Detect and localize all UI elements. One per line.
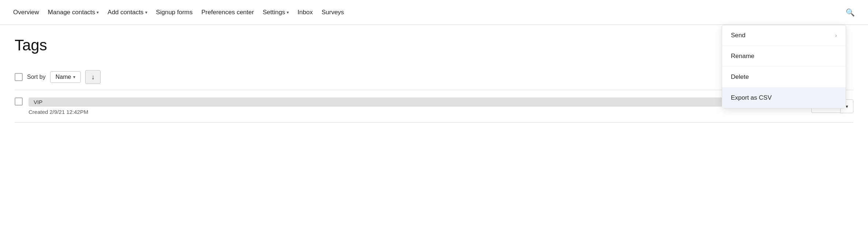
sort-by-label: Sort by xyxy=(27,74,46,80)
dropdown-item-label-delete: Delete xyxy=(731,73,749,81)
nav-item-label-signup-forms: Signup forms xyxy=(156,9,193,16)
nav-item-surveys[interactable]: Surveys xyxy=(317,7,348,18)
nav-item-chevron-manage-contacts: ▾ xyxy=(97,10,99,15)
tag-badge: VIP xyxy=(29,97,805,107)
nav-item-chevron-add-contacts: ▾ xyxy=(145,10,147,15)
nav-item-label-manage-contacts: Manage contacts xyxy=(48,9,95,16)
dropdown-item-export-csv[interactable]: Export as CSV xyxy=(722,88,846,108)
nav-item-chevron-settings: ▾ xyxy=(287,10,289,15)
nav-item-label-inbox: Inbox xyxy=(298,9,313,16)
nav-item-overview[interactable]: Overview xyxy=(9,7,44,18)
nav-item-label-settings: Settings xyxy=(263,9,285,16)
nav-item-label-overview: Overview xyxy=(13,9,39,16)
nav-item-label-surveys: Surveys xyxy=(321,9,344,16)
tag-created-date: Created 2/9/21 12:42PM xyxy=(29,109,805,115)
dropdown-item-delete[interactable]: Delete xyxy=(722,67,846,88)
tag-checkbox[interactable] xyxy=(15,97,23,106)
sort-select-chevron: ▾ xyxy=(73,74,75,80)
dropdown-item-arrow-send: › xyxy=(835,32,837,38)
select-all-checkbox[interactable] xyxy=(15,73,23,81)
nav-item-label-add-contacts: Add contacts xyxy=(107,9,143,16)
tag-info: VIPCreated 2/9/21 12:42PM xyxy=(29,97,805,115)
nav-item-manage-contacts[interactable]: Manage contacts ▾ xyxy=(44,7,103,18)
sort-select[interactable]: Name ▾ xyxy=(50,71,81,83)
nav-item-inbox[interactable]: Inbox xyxy=(293,7,317,18)
nav-item-signup-forms[interactable]: Signup forms xyxy=(152,7,197,18)
dropdown-item-label-rename: Rename xyxy=(731,53,754,60)
nav-item-preferences-center[interactable]: Preferences center xyxy=(197,7,258,18)
dropdown-item-send[interactable]: Send› xyxy=(722,25,846,46)
dropdown-item-rename[interactable]: Rename xyxy=(722,46,846,67)
sort-option-label: Name xyxy=(56,74,71,80)
dropdown-item-label-send: Send xyxy=(731,32,746,39)
nav-item-label-preferences-center: Preferences center xyxy=(201,9,254,16)
sort-direction-button[interactable]: ↓ xyxy=(85,70,101,84)
nav-item-add-contacts[interactable]: Add contacts ▾ xyxy=(103,7,151,18)
dropdown-item-label-export-csv: Export as CSV xyxy=(731,94,772,101)
sort-direction-icon: ↓ xyxy=(91,73,95,81)
search-icon[interactable]: 🔍 xyxy=(841,6,859,19)
nav-items: OverviewManage contacts ▾Add contacts ▾S… xyxy=(9,7,348,18)
context-dropdown-menu: Send›RenameDeleteExport as CSV xyxy=(722,25,846,108)
nav-bar: OverviewManage contacts ▾Add contacts ▾S… xyxy=(0,0,868,25)
nav-item-settings[interactable]: Settings ▾ xyxy=(258,7,293,18)
